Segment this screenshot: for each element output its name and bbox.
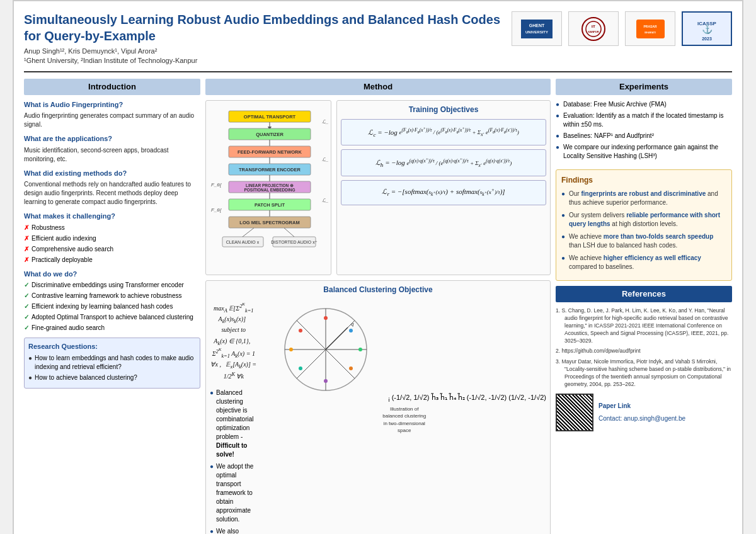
svg-text:POSITIONAL EMBEDDING: POSITIONAL EMBEDDING — [244, 188, 295, 192]
exp-item-2: Evaluation: Identify as a match if the l… — [556, 111, 732, 129]
icassp-logo: ICASSP ⚓ 2023 — [682, 11, 732, 46]
logos-area: GHENT UNIVERSITY IIT KANPUR PRASAR BHAR — [512, 11, 732, 46]
research-questions-title: Research Questions: — [28, 342, 196, 351]
svg-text:PRASAR: PRASAR — [643, 25, 657, 28]
check-icon-4: ✓ — [24, 313, 29, 322]
qr-code — [556, 394, 593, 431]
method-bullet-3: ● We also propose simple yet efficient s… — [210, 527, 258, 534]
authors: Anup Singh¹², Kris Demuynck¹, Vipul Aror… — [24, 47, 501, 66]
intro-q1-text: Audio fingerprinting generates compact s… — [24, 111, 200, 129]
svg-point-52 — [349, 329, 353, 332]
exp-item-4: We compare our indexing performance gain… — [556, 143, 732, 161]
svg-text:PATCH SPLIT: PATCH SPLIT — [255, 202, 285, 208]
header: Simultaneously Learning Robust Audio Emb… — [24, 11, 732, 72]
challenge-3: ✗Comprehensive audio search — [24, 245, 200, 254]
training-objectives-title: Training Objectives — [341, 105, 546, 115]
svg-point-51 — [324, 316, 328, 320]
svg-text:IIT: IIT — [592, 25, 595, 28]
lh-formula: ℒh = −log e(q(x)·q(x+))/τ / (e(q(x)·q(x+… — [345, 156, 542, 169]
intro-challenges-title: What makes it challenging? — [24, 212, 200, 221]
svg-text:KANPUR: KANPUR — [588, 30, 598, 33]
training-objectives: Training Objectives ℒc = −log e(Fθ(x)·Fθ… — [336, 100, 551, 275]
contrib-4: ✓Adopted Optimal Transport to achieve ba… — [24, 313, 200, 322]
intro-contributions-title: What do we do? — [24, 270, 200, 279]
introduction-header: Introduction — [24, 79, 200, 95]
svg-line-45 — [284, 228, 294, 237]
svg-text:OPTIMAL TRANSPORT: OPTIMAL TRANSPORT — [244, 114, 296, 120]
svg-text:2023: 2023 — [702, 37, 712, 41]
check-icon-5: ✓ — [24, 324, 29, 332]
rq-1: ●How to learn embeddings and hash codes … — [28, 354, 196, 372]
svg-text:CLEAN AUDIO x: CLEAN AUDIO x — [226, 240, 260, 244]
svg-text:UNIVERSITY: UNIVERSITY — [525, 30, 548, 34]
rq-2: ●How to achieve balanced clustering? — [28, 373, 196, 382]
svg-point-4 — [586, 21, 601, 37]
svg-point-58 — [299, 329, 302, 332]
intro-q3-text: Conventional methods rely on handcrafted… — [24, 180, 200, 207]
svg-point-54 — [349, 366, 353, 370]
iit-logo: IIT KANPUR — [568, 11, 619, 46]
research-questions-box: Research Questions: ●How to learn embedd… — [24, 338, 200, 389]
svg-text:⚓: ⚓ — [701, 24, 713, 35]
svg-line-44 — [243, 228, 254, 237]
paper-link-label: Paper Link — [598, 402, 685, 411]
contrib-3: ✓Efficient indexing by learning balanced… — [24, 302, 200, 311]
svg-point-57 — [289, 348, 293, 351]
clustering-math: maxA 𝔼[Σ2Kk=1 Ak(x)sk(x)] subject to Ak(… — [210, 299, 258, 534]
intro-q2-title: What are the applications? — [24, 134, 200, 144]
contrib-1: ✓Discriminative embeddings using Transfo… — [24, 281, 200, 290]
experiments-header: Experiments — [556, 79, 732, 95]
paper-link-area: Paper Link Contact: anup.singh@ugent.be — [556, 394, 732, 431]
poster-container: Simultaneously Learning Robust Audio Emb… — [13, 0, 743, 534]
x-icon-3: ✗ — [24, 245, 29, 254]
ghent-logo: GHENT UNIVERSITY — [512, 11, 562, 46]
objective-lr: ℒr = −[softmax(sk+(x)/τ) + softmax(sk+(x… — [341, 180, 546, 205]
svg-text:F_θ{: F_θ{ — [211, 207, 222, 213]
svg-text:ℒ_h: ℒ_h — [322, 157, 328, 162]
main-content: Introduction What is Audio Fingerprintin… — [24, 79, 732, 534]
ref-2: 2. https://github.com/dpwe/audfprint — [556, 348, 732, 355]
method-bullet-2: ● We adopt the optimal transport framewo… — [210, 462, 258, 524]
svg-text:TRANSFORMER ENCODER: TRANSFORMER ENCODER — [239, 167, 301, 173]
intro-q2-text: Music identification, second-screen apps… — [24, 146, 200, 164]
svg-text:LINEAR PROJECTION ⊕: LINEAR PROJECTION ⊕ — [246, 183, 294, 188]
cluster-caption: Illustration ofbalanced clusteringin two… — [263, 406, 546, 434]
cluster-svg: q — [263, 299, 389, 400]
svg-text:BHARATI: BHARATI — [644, 31, 656, 34]
ref-3: 3. Mayur Datar, Nicole Immorlica, Piotr … — [556, 358, 732, 389]
contact-email: Contact: anup.singh@ugent.be — [598, 414, 685, 423]
method-header: Method — [205, 79, 551, 95]
svg-text:DISTORTED AUDIO x⁺: DISTORTED AUDIO x⁺ — [271, 240, 317, 244]
svg-rect-0 — [521, 20, 553, 38]
x-icon-4: ✗ — [24, 256, 29, 264]
objective-lc: ℒc = −log e(Fθ(x)·Fθ(x+))/τ / (e(Fθ(x)·F… — [341, 119, 546, 146]
svg-point-56 — [299, 366, 302, 370]
references-header: References — [556, 286, 732, 302]
cluster-diagram-container: qi (-1/√2, 1/√2) h̃₃ h̃₁ h̃₄ h̃₂ (-1/√2,… — [263, 299, 546, 434]
method-bullet-1: ● Balanced clustering objective is combi… — [210, 389, 258, 459]
x-icon-1: ✗ — [24, 224, 29, 232]
lc-formula: ℒc = −log e(Fθ(x)·Fθ(x+))/τ / (e(Fθ(x)·F… — [345, 126, 542, 139]
svg-point-55 — [324, 379, 328, 383]
svg-text:ℒ_r: ℒ_r — [322, 198, 328, 203]
check-icon-2: ✓ — [24, 292, 29, 300]
clustering-constraint1: Ak(x) ∈ {0,1}, Σ2Kk=1 Ak(x) = 1 ∀x , 𝔼x[… — [210, 337, 258, 381]
check-icon-3: ✓ — [24, 302, 29, 311]
ref-1: 1. S. Chang, D. Lee, J. Park, H. Lim, K.… — [556, 307, 732, 344]
introduction-column: Introduction What is Audio Fingerprintin… — [24, 79, 200, 534]
header-title-area: Simultaneously Learning Robust Audio Emb… — [24, 11, 501, 66]
check-icon-1: ✓ — [24, 281, 29, 290]
poster-title: Simultaneously Learning Robust Audio Emb… — [24, 11, 501, 44]
arch-svg: ℒ_c ℒ_h ℒ_r F_θ{ F_θ{ OPTIMAL TRANSPORT … — [210, 105, 328, 268]
method-results-column: Method ℒ_c ℒ_h ℒ_r F_θ{ F_θ{ — [205, 79, 551, 534]
finding-4: We achieve higher efficiency as well eff… — [561, 254, 726, 271]
intro-q1-title: What is Audio Fingerprinting? — [24, 100, 200, 110]
challenge-2: ✗Efficient audio indexing — [24, 234, 200, 243]
references-list: 1. S. Chang, D. Lee, J. Park, H. Lim, K.… — [556, 307, 732, 389]
prasar-logo: PRASAR BHARATI — [625, 11, 675, 46]
findings-box: Findings Our fingerprints are robust and… — [556, 169, 732, 281]
svg-text:F_θ{: F_θ{ — [211, 182, 222, 188]
finding-1: Our fingerprints are robust and discrimi… — [561, 190, 726, 207]
contrib-2: ✓Contrastive learning framework to achie… — [24, 292, 200, 300]
svg-rect-7 — [636, 20, 665, 38]
